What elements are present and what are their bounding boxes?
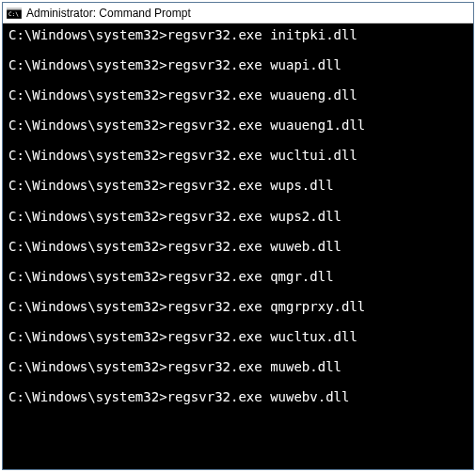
terminal-blank — [8, 344, 468, 359]
terminal-line: C:\Windows\system32>regsvr32.exe initpki… — [8, 27, 468, 42]
titlebar[interactable]: C:\ Administrator: Command Prompt — [3, 3, 473, 24]
terminal-blank — [8, 72, 468, 87]
svg-text:C:\: C:\ — [8, 10, 19, 17]
terminal-blank — [8, 224, 468, 239]
terminal-blank — [8, 163, 468, 178]
terminal-line: C:\Windows\system32>regsvr32.exe wucltui… — [8, 148, 468, 163]
terminal-line: C:\Windows\system32>regsvr32.exe wups2.d… — [8, 209, 468, 224]
terminal-blank — [8, 42, 468, 57]
command-prompt-icon: C:\ — [7, 7, 22, 20]
terminal-blank — [8, 133, 468, 148]
terminal-line: C:\Windows\system32>regsvr32.exe wuaueng… — [8, 87, 468, 102]
terminal-line: C:\Windows\system32>regsvr32.exe muweb.d… — [8, 359, 468, 374]
window-title: Administrator: Command Prompt — [26, 7, 191, 20]
command-prompt-window: C:\ Administrator: Command Prompt C:\Win… — [2, 2, 474, 470]
terminal-blank — [8, 374, 468, 389]
terminal-line: C:\Windows\system32>regsvr32.exe wuapi.d… — [8, 57, 468, 72]
terminal-blank — [8, 254, 468, 269]
terminal-line: C:\Windows\system32>regsvr32.exe wups.dl… — [8, 178, 468, 193]
terminal-line: C:\Windows\system32>regsvr32.exe qmgr.dl… — [8, 269, 468, 284]
terminal-line: C:\Windows\system32>regsvr32.exe wuweb.d… — [8, 239, 468, 254]
terminal-line: C:\Windows\system32>regsvr32.exe qmgrprx… — [8, 299, 468, 314]
terminal-line: C:\Windows\system32>regsvr32.exe wuaueng… — [8, 118, 468, 133]
terminal-line: C:\Windows\system32>regsvr32.exe wucltux… — [8, 329, 468, 344]
terminal-blank — [8, 194, 468, 209]
terminal-output[interactable]: C:\Windows\system32>regsvr32.exe initpki… — [3, 24, 473, 469]
terminal-blank — [8, 314, 468, 329]
terminal-blank — [8, 102, 468, 118]
terminal-blank — [8, 284, 468, 299]
terminal-line: C:\Windows\system32>regsvr32.exe wuwebv.… — [8, 389, 468, 404]
